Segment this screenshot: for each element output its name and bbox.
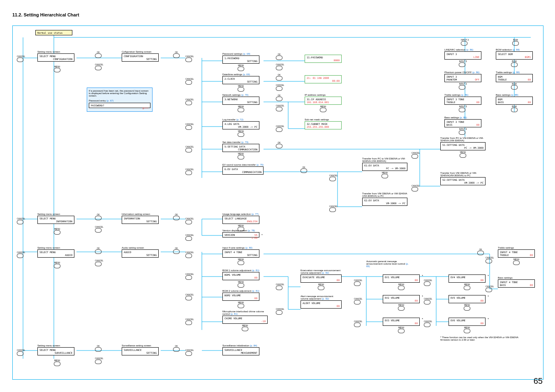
ok-btn[interactable]: OK bbox=[276, 53, 282, 60]
ok-btn[interactable]: OK bbox=[477, 248, 484, 255]
menu-btn[interactable]: MENU bbox=[238, 152, 244, 159]
cancel-btn[interactable]: CANCEL bbox=[185, 217, 194, 224]
cancel-btn[interactable]: CANCEL bbox=[424, 279, 432, 286]
menu-btn[interactable]: MENU bbox=[398, 304, 405, 311]
menu-btn[interactable]: MENU bbox=[238, 301, 244, 308]
in4-treble: Treble settings INPUT 4 TONETREBLE 00 ME… bbox=[498, 247, 535, 265]
ev-node: EV sound source data transfer (p. 75) 6:… bbox=[222, 164, 264, 175]
cancel-btn[interactable]: CANCEL bbox=[276, 63, 284, 70]
ok-btn[interactable]: OK bbox=[173, 344, 180, 352]
input3-btn[interactable]: INPUT 3 bbox=[461, 38, 469, 46]
menu-btn[interactable]: MENU bbox=[238, 130, 244, 137]
menu-btn[interactable]: MENU bbox=[318, 283, 324, 290]
cancel-btn[interactable]: CANCEL bbox=[95, 225, 103, 233]
input3-btn[interactable]: INPUT 3 bbox=[459, 128, 467, 135]
menu-btn[interactable]: MENU bbox=[238, 281, 244, 288]
cancel-btn[interactable]: CANCEL bbox=[95, 259, 103, 266]
ok-btn[interactable]: OK bbox=[276, 94, 282, 101]
password-node: Password settings (p. 68) 1:PASSWORDSETT… bbox=[222, 53, 259, 71]
menu-btn[interactable]: MENU bbox=[464, 326, 470, 333]
bgm-btn[interactable]: BGM bbox=[511, 105, 518, 112]
ok-btn[interactable]: OK bbox=[276, 141, 282, 148]
ev4-vol: EV4 VOLUME00*MENU bbox=[449, 274, 486, 290]
cancel-btn[interactable]: CANCEL bbox=[329, 174, 338, 181]
cancel-btn[interactable]: CANCEL bbox=[354, 279, 362, 286]
cancel-btn[interactable]: CANCEL bbox=[185, 348, 194, 356]
cancel-btn[interactable]: CANCEL bbox=[185, 293, 194, 300]
cancel-btn[interactable]: CANCEL bbox=[95, 357, 103, 364]
cancel-btn[interactable]: CANCEL bbox=[185, 77, 194, 85]
cancel-btn[interactable]: CANCEL bbox=[486, 285, 494, 292]
menu-btn[interactable]: MENU bbox=[54, 359, 60, 366]
bgm-btn[interactable]: BGM bbox=[512, 38, 519, 46]
menu-btn[interactable]: MENU bbox=[460, 151, 466, 158]
log-node: Log transfer (p. 72) 4:LOG DATAVM-3000 -… bbox=[222, 118, 259, 137]
cancel-btn[interactable]: CANCEL bbox=[185, 272, 194, 280]
cancel-btn[interactable]: CANCEL bbox=[276, 283, 284, 290]
cancel-btn[interactable]: CANCEL bbox=[185, 318, 194, 325]
cancel-btn[interactable]: CANCEL bbox=[185, 251, 194, 258]
cancel-btn[interactable]: CANCEL bbox=[276, 307, 284, 315]
bgm-btn[interactable]: BGM bbox=[511, 83, 518, 90]
menu-btn[interactable]: MENU bbox=[464, 283, 470, 290]
menu-btn[interactable]: MENU bbox=[54, 65, 60, 72]
surv-screen: Surveillance setting screen SURVEILLANCE… bbox=[122, 344, 159, 355]
ok-btn[interactable]: OK bbox=[95, 344, 102, 352]
menu-btn[interactable]: MENU bbox=[54, 261, 60, 268]
cancel-btn[interactable]: CANCEL bbox=[276, 83, 284, 91]
menu-surv: Setting menu screen SELECT MENUSURVEILLA… bbox=[37, 344, 74, 355]
menu-btn[interactable]: MENU bbox=[513, 258, 520, 265]
ok-btn[interactable]: OK bbox=[301, 166, 307, 173]
menu-btn[interactable]: MENU bbox=[398, 283, 405, 290]
cancel-btn[interactable]: CANCEL bbox=[17, 217, 25, 224]
cancel-btn[interactable]: CANCEL bbox=[185, 233, 194, 241]
menu-btn[interactable]: MENU bbox=[398, 326, 405, 333]
bgm2-node: BGM 2 volume adjustment (p. 81) BGM2 VOL… bbox=[222, 290, 259, 308]
menu-btn[interactable]: MENU bbox=[238, 85, 244, 92]
menu-btn[interactable]: MENU bbox=[238, 105, 244, 112]
cancel-btn[interactable]: CANCEL bbox=[185, 168, 194, 175]
cancel-btn[interactable]: CANCEL bbox=[95, 63, 103, 70]
ok-btn[interactable]: OK bbox=[95, 51, 102, 58]
cancel-btn[interactable]: CANCEL bbox=[276, 104, 284, 111]
cancel-btn[interactable]: CANCEL bbox=[17, 55, 25, 62]
cancel-btn[interactable]: CANCEL bbox=[424, 297, 432, 304]
subnet-node: Sub-net mask settings 32:SUBNET MASK255.… bbox=[305, 118, 342, 129]
cancel-btn[interactable]: CANCEL bbox=[185, 122, 194, 130]
ev5-vol: EV5 VOLUME00*MENU bbox=[449, 295, 486, 311]
ok-btn[interactable]: OK bbox=[173, 247, 180, 254]
cancel-btn[interactable]: CANCEL bbox=[424, 320, 432, 327]
menu-btn[interactable]: MENU bbox=[464, 304, 470, 311]
ok-btn[interactable]: OK bbox=[173, 213, 180, 220]
cancel-btn[interactable]: CANCEL bbox=[354, 320, 362, 327]
menu-config: Setting menu screen SELECT MENUCONFIGURA… bbox=[37, 51, 74, 62]
bgm-treble: Treble settings (p. 88) BGMTREBLE 00 BGM bbox=[496, 71, 533, 90]
clock-value: 21: 01 JAN 200800:00 bbox=[305, 75, 342, 83]
cancel-btn[interactable]: CANCEL bbox=[17, 251, 25, 258]
input3-btn[interactable]: INPUT 3 bbox=[459, 83, 467, 90]
ok-btn[interactable]: OK bbox=[95, 247, 102, 254]
cancel-btn[interactable]: CANCEL bbox=[354, 297, 362, 304]
cancel-btn[interactable]: CANCEL bbox=[412, 151, 420, 159]
version-node: Version display screen (p. 78) VERSION V… bbox=[222, 229, 259, 239]
menu-btn[interactable]: MENU bbox=[382, 171, 388, 178]
menu-btn[interactable]: MENU bbox=[242, 324, 248, 331]
input3-btn[interactable]: INPUT 3 bbox=[459, 60, 467, 67]
cancel-btn[interactable]: CANCEL bbox=[185, 55, 194, 62]
ok-btn[interactable]: OK bbox=[173, 51, 180, 58]
cancel-btn[interactable]: CANCEL bbox=[329, 205, 338, 212]
cancel-btn[interactable]: CANCEL bbox=[17, 348, 25, 356]
cancel-btn[interactable]: CANCEL bbox=[185, 145, 194, 152]
menu-btn[interactable]: MENU bbox=[238, 64, 244, 71]
ok-btn[interactable]: OK bbox=[95, 213, 102, 220]
cancel-btn[interactable]: CANCEL bbox=[412, 184, 420, 191]
cancel-btn[interactable]: CANCEL bbox=[185, 98, 194, 105]
menu-btn[interactable]: MENU bbox=[54, 227, 60, 235]
bgm-btn[interactable]: BGM bbox=[511, 60, 518, 67]
menu-btn[interactable]: MENU bbox=[320, 105, 326, 112]
ok-btn[interactable]: OK bbox=[276, 73, 282, 81]
input3-btn[interactable]: INPUT 3 bbox=[459, 105, 467, 112]
cancel-btn[interactable]: CANCEL bbox=[486, 256, 494, 263]
menu-btn[interactable]: MENU bbox=[238, 258, 244, 265]
cancel-btn[interactable]: CANCEL bbox=[276, 125, 284, 132]
